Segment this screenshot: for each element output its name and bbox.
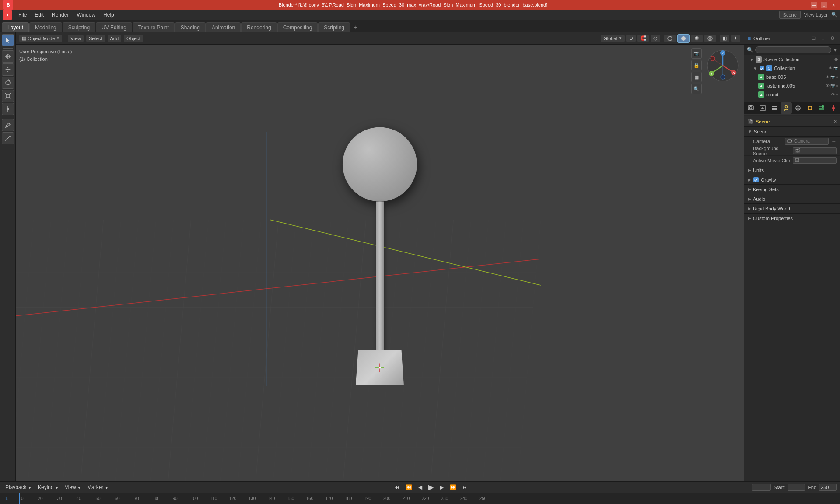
view-camera-button[interactable]: 📷 <box>691 48 702 59</box>
timeline-keying-menu[interactable]: Keying ▼ <box>36 483 60 491</box>
outliner-item-scene-collection[interactable]: ▼ S Scene Collection 👁 <box>744 55 840 64</box>
tab-texture-paint[interactable]: Texture Paint <box>133 22 175 32</box>
tab-compositing[interactable]: Compositing <box>277 22 318 32</box>
render-properties-icon[interactable] <box>745 102 756 114</box>
next-keyframe-button[interactable]: ⏩ <box>448 483 458 491</box>
modifier-properties-icon[interactable] <box>816 102 827 114</box>
viewport-pivot-selector[interactable]: ⊙ <box>626 35 636 42</box>
camera-value[interactable]: Camera <box>785 138 829 145</box>
collection-checkbox[interactable] <box>759 66 764 71</box>
jump-start-button[interactable]: ⏮ <box>392 483 401 491</box>
tab-modeling[interactable]: Modeling <box>29 22 62 32</box>
collection-render-icon[interactable]: 📷 <box>833 66 838 70</box>
keying-sets-section[interactable]: ▶ Keying Sets <box>744 185 840 194</box>
tab-shading[interactable]: Shading <box>175 22 206 32</box>
output-properties-icon[interactable] <box>757 102 768 114</box>
outliner-item-fastening[interactable]: ▲ fastening.005 👁 📷 ○ <box>744 81 840 90</box>
add-workspace-button[interactable]: + <box>350 22 361 32</box>
tab-sculpting[interactable]: Sculpting <box>63 22 95 32</box>
scene-properties-icon[interactable] <box>780 102 792 114</box>
solid-button[interactable] <box>677 34 690 43</box>
select-menu[interactable]: Select <box>86 35 105 42</box>
scene-3d[interactable]: User Perspective (Local) (1) Collection … <box>16 45 744 481</box>
physics-properties-icon[interactable] <box>828 102 839 114</box>
search-icon[interactable]: 🔍 <box>831 12 837 18</box>
collection-vis-icon[interactable]: 👁 <box>829 66 833 70</box>
gravity-section[interactable]: ▶ Gravity <box>744 175 840 185</box>
outliner-item-collection[interactable]: ▼ C Collection 👁 📷 <box>744 64 840 73</box>
fastening-render-icon[interactable]: 📷 <box>830 84 835 88</box>
timeline-marker-menu[interactable]: Marker ▼ <box>85 483 110 491</box>
viewport[interactable]: ▤ Object Mode ▼ View Select Add Object G… <box>16 32 744 481</box>
object-mode-selector[interactable]: ▤ Object Mode ▼ <box>19 35 62 42</box>
view-layer-properties-icon[interactable] <box>769 102 780 114</box>
minimize-button[interactable]: — <box>811 2 817 8</box>
wireframe-button[interactable] <box>664 35 676 42</box>
menu-render[interactable]: Render <box>48 11 72 19</box>
close-button[interactable]: ✕ <box>830 2 836 8</box>
collection-expand[interactable]: ▼ <box>753 66 757 71</box>
scale-tool[interactable] <box>2 90 14 102</box>
outliner-sort-icon[interactable]: ↕ <box>819 35 827 42</box>
custom-properties-section[interactable]: ▶ Custom Properties <box>744 214 840 223</box>
rendered-button[interactable] <box>704 35 716 42</box>
base-render-icon[interactable]: 📷 <box>830 75 835 79</box>
timeline-cursor[interactable] <box>19 493 20 504</box>
scene-collection-eye[interactable]: 👁 <box>834 57 838 62</box>
base-vis-icon[interactable]: 👁 <box>826 75 830 79</box>
view-lock-button[interactable]: 🔒 <box>691 60 702 70</box>
timeline-track[interactable]: 1 10 20 30 40 50 60 70 80 90 100 110 120… <box>0 493 840 504</box>
scene-properties-expand[interactable]: × <box>834 119 836 124</box>
overlay-toggle[interactable]: ◧ <box>720 35 729 42</box>
outliner-settings-icon[interactable]: ⚙ <box>829 35 836 42</box>
snapping-toggle[interactable]: 🧲 <box>637 35 649 42</box>
camera-pointer[interactable]: → <box>831 138 836 144</box>
view-zoom-button[interactable]: 🔍 <box>691 84 702 94</box>
fastening-vis-icon[interactable]: 👁 <box>826 84 830 88</box>
menu-file[interactable]: File <box>15 11 30 19</box>
base-select-icon[interactable]: ○ <box>836 75 838 79</box>
view-menu[interactable]: View <box>68 35 84 42</box>
tab-layout[interactable]: Layout <box>2 22 29 32</box>
object-menu[interactable]: Object <box>124 35 143 42</box>
measure-tool[interactable] <box>2 132 14 144</box>
world-properties-icon[interactable] <box>792 102 804 114</box>
object-properties-icon[interactable] <box>804 102 816 114</box>
menu-window[interactable]: Window <box>73 11 99 19</box>
outliner-item-base[interactable]: ▲ base.005 👁 📷 ○ <box>744 73 840 81</box>
move-tool[interactable] <box>2 63 14 76</box>
menu-edit[interactable]: Edit <box>31 11 47 19</box>
round-vis-icon[interactable]: 👁 <box>831 92 835 97</box>
current-frame-input[interactable] <box>752 484 771 491</box>
add-menu[interactable]: Add <box>108 35 122 42</box>
start-frame-input[interactable] <box>788 484 805 491</box>
tab-rendering[interactable]: Rendering <box>241 22 276 32</box>
viewport-global-selector[interactable]: Global ▼ <box>601 35 625 42</box>
rigid-body-world-section[interactable]: ▶ Rigid Body World <box>744 204 840 214</box>
outliner-item-round[interactable]: ▲ round 👁 ○ <box>744 90 840 99</box>
gizmo-toggle[interactable]: ✦ <box>731 35 740 42</box>
background-scene-value[interactable]: 🎬 <box>793 147 836 154</box>
step-forward-button[interactable]: ▶ <box>438 483 445 491</box>
select-tool[interactable] <box>2 34 14 46</box>
outliner-filter-icon-btn[interactable]: ▼ <box>833 48 837 52</box>
cursor-tool[interactable] <box>2 50 14 63</box>
material-preview-button[interactable] <box>691 35 703 42</box>
play-button[interactable]: ▶ <box>427 482 435 492</box>
timeline-playback-menu[interactable]: Playback ▼ <box>4 483 33 491</box>
title-bar-controls[interactable]: — □ ✕ <box>811 2 836 8</box>
step-back-button[interactable]: ◀ <box>416 483 424 491</box>
transform-tool[interactable] <box>2 103 14 115</box>
jump-end-button[interactable]: ⏭ <box>461 483 469 491</box>
proportional-edit[interactable]: ◎ <box>651 35 660 42</box>
scene-collection-expand[interactable]: ▼ <box>749 57 754 62</box>
active-movie-clip-value[interactable]: 🎞 <box>793 157 836 164</box>
gizmo[interactable]: Z X Y <box>705 48 740 83</box>
outliner-search-input[interactable] <box>755 46 831 53</box>
annotate-tool[interactable] <box>2 119 14 131</box>
scene-selector[interactable]: Scene <box>779 11 801 19</box>
menu-help[interactable]: Help <box>100 11 118 19</box>
end-frame-input[interactable] <box>819 484 836 491</box>
scene-section[interactable]: ▼ Scene <box>744 127 840 136</box>
timeline-view-menu[interactable]: View ▼ <box>63 483 83 491</box>
